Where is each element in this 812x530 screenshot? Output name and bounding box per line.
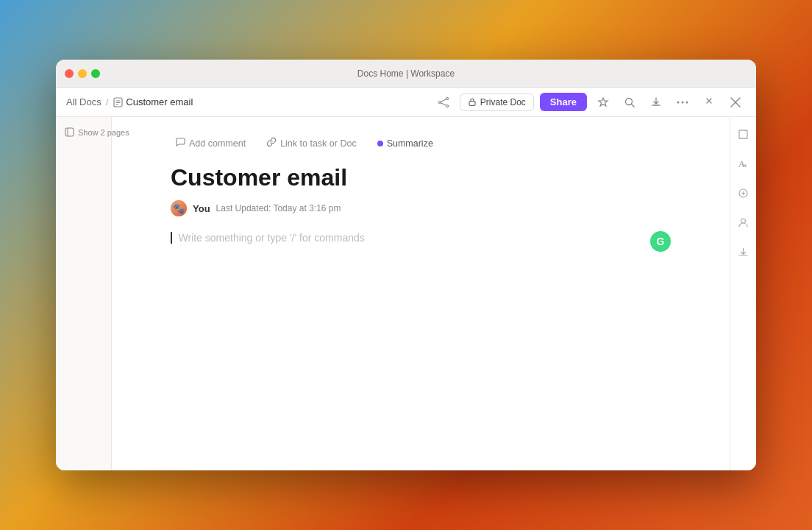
- breadcrumb-separator: /: [106, 96, 109, 107]
- private-doc-button[interactable]: Private Doc: [460, 93, 534, 111]
- scroll-icon[interactable]: [734, 183, 753, 202]
- svg-point-13: [682, 101, 684, 103]
- svg-point-14: [686, 101, 688, 103]
- doc-updated: Last Updated: Today at 3:16 pm: [216, 203, 341, 213]
- close-panel-button[interactable]: [725, 92, 746, 113]
- text-cursor: [171, 232, 172, 244]
- document-title[interactable]: Customer email: [171, 163, 671, 191]
- svg-line-7: [441, 99, 446, 101]
- main-content: Show 2 pages Add comment: [56, 117, 756, 470]
- summarize-dot-icon: [377, 141, 383, 146]
- summarize-button[interactable]: Summarize: [373, 136, 438, 151]
- traffic-lights: [65, 69, 100, 78]
- svg-rect-17: [65, 128, 74, 136]
- left-sidebar: Show 2 pages: [56, 117, 112, 470]
- summarize-label: Summarize: [387, 138, 433, 149]
- doc-author: You: [193, 203, 210, 214]
- svg-point-24: [741, 219, 746, 223]
- last-updated-label: Last Updated:: [216, 203, 271, 213]
- more-options-button[interactable]: [672, 92, 693, 113]
- fullscreen-button[interactable]: [91, 69, 100, 78]
- share-options-button[interactable]: [433, 92, 454, 113]
- toolbar: All Docs / Customer email: [56, 88, 756, 117]
- app-window: Docs Home | Workspace All Docs / Custome…: [56, 60, 756, 470]
- right-sidebar: A a: [730, 117, 756, 470]
- add-comment-button[interactable]: Add comment: [171, 135, 250, 152]
- search-button[interactable]: [619, 92, 640, 113]
- doc-timestamp: Today at 3:16 pm: [273, 203, 341, 213]
- close-button[interactable]: [65, 69, 74, 78]
- doc-toolbar: Add comment Link to task or Doc Summariz…: [171, 135, 671, 152]
- svg-point-4: [438, 101, 441, 103]
- export-button[interactable]: [646, 92, 666, 113]
- document-area[interactable]: Add comment Link to task or Doc Summariz…: [112, 117, 730, 470]
- link-task-button[interactable]: Link to task or Doc: [262, 135, 361, 152]
- doc-icon: [113, 97, 123, 107]
- breadcrumb-root[interactable]: All Docs: [66, 96, 102, 107]
- current-doc-name: Customer email: [126, 96, 193, 107]
- breadcrumb: All Docs / Customer email: [66, 96, 429, 107]
- svg-line-8: [441, 102, 446, 105]
- svg-point-6: [446, 105, 448, 107]
- title-bar: Docs Home | Workspace: [56, 60, 756, 88]
- font-size-icon[interactable]: A a: [734, 154, 753, 173]
- window-title: Docs Home | Workspace: [357, 68, 455, 79]
- svg-point-12: [677, 101, 680, 103]
- download-icon[interactable]: [734, 242, 753, 261]
- minimize-button[interactable]: [78, 69, 87, 78]
- link-task-label: Link to task or Doc: [280, 138, 357, 149]
- breadcrumb-current: Customer email: [113, 96, 193, 107]
- share-button[interactable]: Share: [540, 93, 587, 111]
- doc-editor[interactable]: Write something or type '/' for commands…: [171, 231, 671, 244]
- add-comment-label: Add comment: [189, 138, 246, 149]
- svg-point-5: [446, 97, 448, 99]
- expand-icon[interactable]: [734, 124, 753, 144]
- svg-text:a: a: [744, 162, 747, 169]
- author-avatar: 🐾: [171, 200, 187, 216]
- star-button[interactable]: [593, 92, 613, 113]
- link-icon: [266, 137, 277, 149]
- toolbar-actions: Private Doc Share: [433, 92, 746, 113]
- doc-meta: 🐾 You Last Updated: Today at 3:16 pm: [171, 200, 671, 216]
- svg-line-11: [632, 104, 635, 107]
- collapse-button[interactable]: [699, 92, 719, 113]
- ai-indicator: G: [650, 231, 671, 252]
- svg-rect-9: [469, 102, 475, 106]
- private-doc-label: Private Doc: [480, 97, 526, 107]
- comment-icon: [175, 137, 185, 149]
- editor-placeholder: Write something or type '/' for commands: [178, 232, 364, 244]
- collaborators-icon[interactable]: [734, 213, 753, 232]
